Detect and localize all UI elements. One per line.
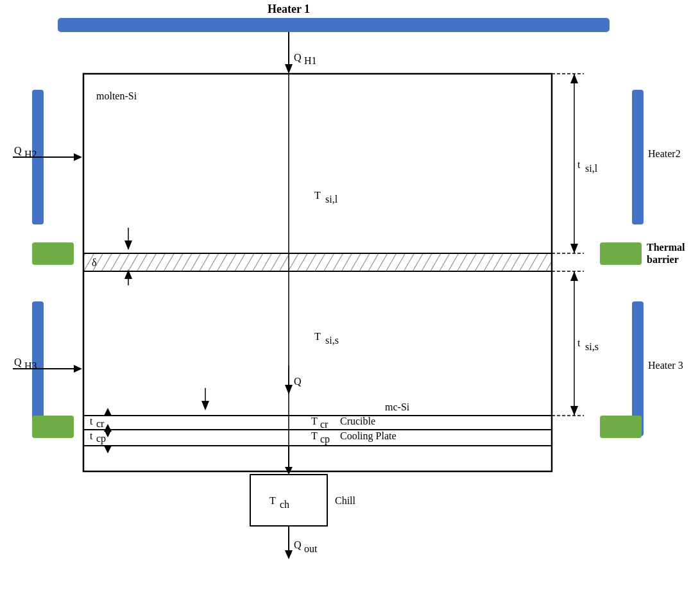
molten-si-label: molten-Si — [96, 90, 137, 101]
T-ch-sub: ch — [280, 499, 289, 510]
svg-marker-13 — [285, 385, 293, 394]
qh1-sub: H1 — [304, 55, 317, 66]
q-center-label: Q — [294, 376, 302, 387]
heater2-label: Heater2 — [648, 148, 681, 159]
heater1-bar — [58, 18, 610, 32]
heater1-label: Heater 1 — [268, 3, 310, 15]
heater3-label: Heater 3 — [648, 360, 683, 371]
svg-marker-41 — [74, 153, 82, 161]
green-bottom-right — [600, 416, 642, 438]
svg-rect-6 — [83, 253, 552, 271]
t-si-l-label: T — [314, 190, 321, 201]
qh1-label: Q — [294, 52, 302, 63]
t-cr-sub: cr — [96, 418, 105, 429]
svg-marker-38 — [570, 271, 578, 281]
svg-marker-17 — [104, 408, 112, 416]
t-si-s-sub: si,s — [325, 335, 339, 346]
qh2-sub: H2 — [24, 149, 37, 160]
thermal-label: Thermal — [647, 242, 685, 253]
t-si-l-dim-label: t — [577, 159, 581, 170]
qh2-label: Q — [14, 145, 22, 156]
crucible-label: Crucible — [340, 416, 375, 426]
svg-rect-3 — [83, 74, 552, 471]
T-cp-label: T — [311, 430, 318, 441]
green-bottom-left — [32, 416, 74, 438]
barrier-label: barrier — [647, 254, 679, 265]
thermal-barrier-left — [32, 242, 74, 265]
chill-label: Chill — [335, 495, 356, 506]
t-si-l-dim-sub: si,l — [585, 163, 598, 174]
t-si-l-sub: si,l — [325, 194, 338, 205]
svg-marker-33 — [570, 74, 578, 83]
heater2-right-bar — [632, 90, 644, 224]
svg-marker-39 — [570, 406, 578, 416]
delta-label: δ — [92, 257, 97, 268]
qh3-label: Q — [14, 357, 22, 367]
svg-marker-9 — [124, 240, 132, 250]
t-si-s-dim-sub: si,s — [585, 341, 599, 352]
diagram: Heater 1 Q H1 δ molten-Si T si,l T si,s — [0, 0, 700, 599]
svg-marker-24 — [104, 446, 112, 453]
t-cr-label: t — [90, 416, 93, 426]
svg-marker-34 — [570, 244, 578, 253]
cooling-plate-label: Cooling Plate — [340, 430, 397, 442]
t-cp-sub: cp — [96, 433, 106, 444]
t-si-s-label: T — [314, 331, 321, 342]
svg-marker-29 — [285, 550, 293, 559]
T-cp-sub: cp — [320, 434, 330, 445]
q-out-sub: out — [304, 543, 318, 554]
q-out-label: Q — [294, 539, 302, 550]
T-cr-label: T — [311, 416, 318, 426]
T-ch-label: T — [269, 495, 276, 506]
qh3-sub: H3 — [24, 360, 37, 371]
T-cr-sub: cr — [320, 419, 329, 430]
svg-marker-22 — [104, 424, 112, 432]
t-cp-label: t — [90, 430, 93, 441]
thermal-barrier-right — [600, 242, 642, 265]
svg-marker-43 — [74, 365, 82, 373]
svg-marker-45 — [201, 401, 209, 410]
svg-marker-2 — [285, 64, 293, 74]
mc-si-label: mc-Si — [385, 401, 410, 412]
t-si-s-dim-label: t — [577, 337, 581, 348]
